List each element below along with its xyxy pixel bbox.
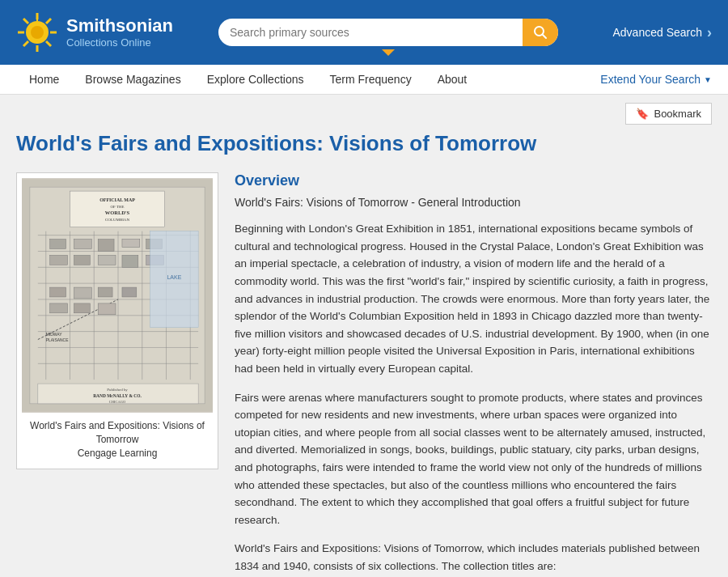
svg-rect-42 bbox=[50, 256, 68, 265]
bookmark-bar: 🔖 Bookmark bbox=[16, 103, 712, 125]
advanced-search-link[interactable]: Advanced Search › bbox=[612, 24, 712, 41]
svg-line-7 bbox=[46, 19, 51, 23]
bookmark-icon: 🔖 bbox=[636, 108, 649, 120]
image-panel: OFFICIAL MAP OF THE WORLD'S COLUMBIAN bbox=[16, 172, 218, 469]
advanced-search-arrow-icon: › bbox=[707, 24, 712, 41]
nav-explore-collections[interactable]: Explore Collections bbox=[194, 65, 317, 94]
svg-rect-40 bbox=[122, 240, 140, 248]
logo-text: Smithsonian Collections Online bbox=[66, 15, 173, 49]
bookmark-label: Bookmark bbox=[654, 108, 701, 120]
nav-home[interactable]: Home bbox=[16, 65, 72, 94]
text-panel: Overview World's Fairs: Visions of Tomor… bbox=[235, 172, 712, 577]
svg-point-11 bbox=[31, 26, 44, 39]
advanced-search-label: Advanced Search bbox=[612, 26, 702, 39]
caption-line1: World's Fairs and Expositions: Visions o… bbox=[30, 420, 205, 431]
svg-text:LAKE: LAKE bbox=[167, 274, 182, 280]
svg-line-5 bbox=[23, 19, 28, 23]
nav-bar: Home Browse Magazines Explore Collection… bbox=[0, 65, 728, 95]
svg-text:PLAISANCE: PLAISANCE bbox=[46, 338, 69, 342]
search-input[interactable] bbox=[218, 19, 558, 46]
svg-rect-54 bbox=[98, 287, 112, 297]
svg-text:COLUMBIAN: COLUMBIAN bbox=[105, 218, 129, 222]
extend-search-label: Extend Your Search bbox=[600, 73, 700, 86]
svg-rect-57 bbox=[98, 303, 116, 315]
nav-links: Home Browse Magazines Explore Collection… bbox=[16, 65, 600, 94]
caption-line3: Cengage Learning bbox=[78, 448, 158, 459]
image-caption: World's Fairs and Expositions: Visions o… bbox=[22, 413, 213, 463]
main-content: 🔖 Bookmark World's Fairs and Expositions… bbox=[0, 95, 728, 577]
svg-text:OFFICIAL MAP: OFFICIAL MAP bbox=[99, 197, 135, 202]
caption-line2: Tomorrow bbox=[96, 434, 139, 445]
svg-rect-55 bbox=[50, 303, 68, 313]
svg-rect-53 bbox=[74, 287, 91, 299]
svg-line-13 bbox=[543, 35, 547, 39]
logo-smithsonian: Smithsonian bbox=[66, 15, 173, 36]
svg-rect-38 bbox=[74, 240, 91, 249]
svg-text:WORLD'S: WORLD'S bbox=[105, 210, 130, 215]
extend-search-link[interactable]: Extend Your Search ▼ bbox=[600, 65, 712, 94]
page-title: World's Fairs and Expositions: Visions o… bbox=[16, 131, 712, 156]
search-area bbox=[218, 19, 558, 46]
search-icon bbox=[533, 25, 548, 40]
svg-rect-45 bbox=[122, 256, 138, 268]
svg-rect-44 bbox=[98, 256, 116, 265]
nav-term-frequency[interactable]: Term Frequency bbox=[316, 65, 424, 94]
svg-rect-39 bbox=[98, 240, 114, 252]
svg-text:Published by: Published by bbox=[107, 388, 128, 392]
svg-rect-52 bbox=[50, 287, 66, 297]
collection-image: OFFICIAL MAP OF THE WORLD'S COLUMBIAN bbox=[22, 178, 213, 413]
svg-rect-58 bbox=[122, 287, 137, 297]
paragraph-2: Fairs were arenas where manufacturers so… bbox=[235, 389, 712, 529]
svg-rect-37 bbox=[50, 240, 66, 249]
logo-collections: Collections Online bbox=[66, 36, 173, 49]
logo-area: Smithsonian Collections Online bbox=[16, 11, 202, 53]
svg-text:RAND McNALLY & CO.: RAND McNALLY & CO. bbox=[93, 393, 142, 398]
svg-rect-56 bbox=[74, 303, 90, 313]
map-illustration: OFFICIAL MAP OF THE WORLD'S COLUMBIAN bbox=[22, 178, 213, 413]
svg-rect-43 bbox=[74, 256, 90, 265]
paragraph-3: World's Fairs and Expositions: Visions o… bbox=[235, 540, 712, 575]
svg-line-6 bbox=[46, 41, 51, 46]
overview-subtitle: World's Fairs: Visions of Tomorrow - Gen… bbox=[235, 196, 712, 209]
overview-heading: Overview bbox=[235, 172, 712, 189]
bookmark-button[interactable]: 🔖 Bookmark bbox=[625, 103, 712, 125]
search-button[interactable] bbox=[523, 19, 558, 46]
extend-search-caret-icon: ▼ bbox=[704, 75, 712, 84]
paragraph-1: Beginning with London's Great Exhibition… bbox=[235, 220, 712, 377]
svg-text:MIDWAY: MIDWAY bbox=[46, 333, 62, 337]
svg-text:CHICAGO: CHICAGO bbox=[109, 400, 126, 404]
smithsonian-logo-icon bbox=[16, 11, 58, 53]
nav-right: Extend Your Search ▼ bbox=[600, 65, 712, 94]
search-dropdown-arrow bbox=[382, 49, 395, 56]
nav-browse-magazines[interactable]: Browse Magazines bbox=[72, 65, 193, 94]
svg-text:OF THE: OF THE bbox=[110, 205, 124, 209]
content-area: OFFICIAL MAP OF THE WORLD'S COLUMBIAN bbox=[16, 172, 712, 577]
svg-line-8 bbox=[23, 41, 28, 46]
header: Smithsonian Collections Online Advanced … bbox=[0, 0, 728, 65]
nav-about[interactable]: About bbox=[425, 65, 480, 94]
